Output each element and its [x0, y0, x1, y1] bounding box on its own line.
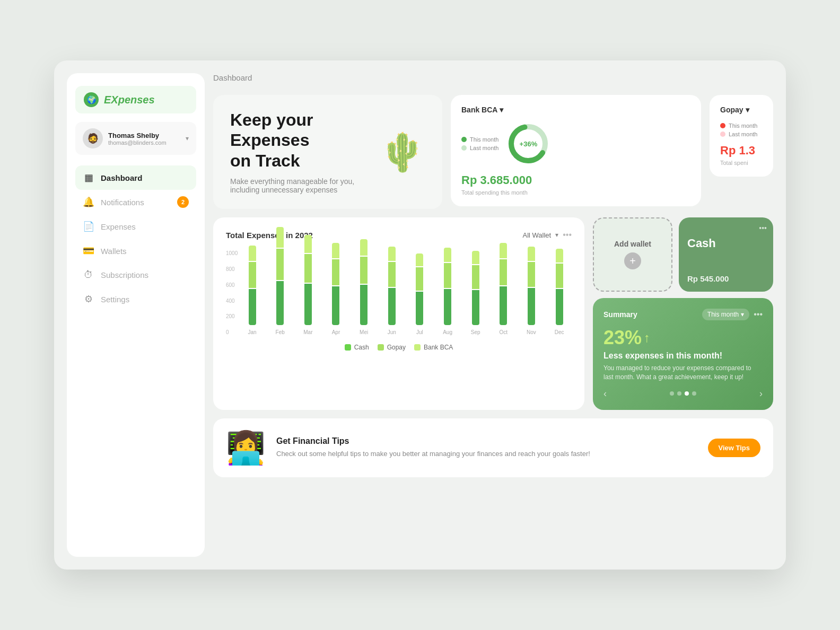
chart-filter[interactable]: All Wallet ▾ •••	[522, 230, 572, 240]
user-card[interactable]: 🧔 Thomas Shelby thomas@blinders.com ▾	[75, 122, 196, 155]
chevron-down-icon[interactable]: ▾	[746, 106, 749, 114]
chevron-down-icon[interactable]: ▾	[500, 106, 503, 114]
gopay-legend: This month Last month	[720, 122, 763, 137]
chevron-down-icon: ▾	[741, 311, 744, 318]
wallets-icon: 💳	[83, 245, 94, 257]
main-content: Dashboard Keep your Expenses on Track Ma…	[213, 73, 773, 557]
summary-sub: You managed to reduce your expenses comp…	[603, 364, 763, 382]
gopay-name: Gopay ▾	[720, 106, 749, 114]
summary-percent: 23%	[603, 327, 642, 349]
logo-area: 🌍 EXpenses	[75, 86, 196, 113]
summary-title: Summary	[603, 310, 637, 319]
top-row: Keep your Expenses on Track Make everyth…	[213, 95, 773, 209]
bar-group: Sep	[463, 251, 488, 335]
chart-legend-item: Bank BCA	[414, 344, 453, 351]
bar-group: Oct	[491, 243, 516, 335]
bar-group: Apr	[323, 243, 348, 335]
cactus-icon: 🌵	[379, 130, 425, 174]
sidebar-item-label: Notifications	[101, 198, 144, 207]
bar-chart: JanFebMarAprMeiJunJulAugSepOctNovDec	[240, 250, 572, 335]
sidebar-item-label: Settings	[101, 295, 129, 304]
summary-header: Summary This month ▾ •••	[603, 309, 763, 320]
tips-desc: Check out some helpful tips to make you …	[276, 449, 697, 459]
sidebar-item-label: Dashboard	[101, 173, 142, 182]
bar-group: Aug	[435, 248, 460, 335]
cash-amount: Rp 545.000	[687, 274, 765, 283]
donut-container: This month Last month +36%	[461, 122, 690, 165]
gopay-this-month-dot	[720, 123, 725, 128]
gopay-legend-this-month: This month	[720, 122, 763, 129]
sidebar-item-settings[interactable]: ⚙ Settings	[75, 287, 196, 311]
bar-group: Mei	[352, 239, 377, 335]
bottom-row: 👩‍💻 Get Financial Tips Check out some he…	[213, 418, 773, 477]
donut-chart: +36%	[507, 122, 549, 165]
summary-card: Summary This month ▾ ••• 23% ↑	[593, 298, 773, 410]
hero-desc: Make everything manageable for you,inclu…	[230, 177, 379, 194]
sidebar-item-dashboard[interactable]: ▦ Dashboard	[75, 165, 196, 190]
summary-more-icon[interactable]: •••	[754, 310, 763, 319]
add-wallet-label: Add wallet	[614, 240, 651, 248]
hero-card: Keep your Expenses on Track Make everyth…	[213, 95, 442, 209]
add-icon: +	[624, 252, 641, 269]
sidebar: 🌍 EXpenses 🧔 Thomas Shelby thomas@blinde…	[67, 73, 205, 557]
legend-color	[378, 344, 384, 351]
expenses-icon: 📄	[83, 221, 94, 232]
gopay-amount: Rp 1.3	[720, 144, 763, 158]
more-options-icon[interactable]: •••	[563, 230, 572, 240]
legend-group: This month Last month	[461, 136, 498, 151]
view-tips-button[interactable]: View Tips	[708, 439, 761, 457]
prev-arrow-icon[interactable]: ‹	[603, 388, 607, 399]
bank-amount: Rp 3.685.000	[461, 173, 690, 187]
gopay-sub-label: Total speni	[720, 160, 763, 166]
next-arrow-icon[interactable]: ›	[759, 388, 763, 399]
bar-group: Feb	[268, 227, 293, 335]
hero-title: Keep your Expenses on Track	[230, 110, 379, 171]
middle-row: Total Expenses in 2022 All Wallet ▾ ••• …	[213, 217, 773, 410]
dot-1	[670, 391, 674, 396]
logo-icon: 🌍	[84, 92, 99, 107]
this-month-dot	[461, 137, 467, 142]
chart-legend-item: Gopay	[378, 344, 406, 351]
dashboard-icon: ▦	[83, 172, 94, 183]
dot-2	[677, 391, 681, 396]
summary-stat: 23% ↑	[603, 327, 763, 349]
gopay-last-month-dot	[720, 132, 725, 137]
hero-section: Keep your Expenses on Track Make everyth…	[213, 95, 442, 209]
chart-inner: 1000 800 600 400 200 0 JanFebMarAprMeiJu…	[226, 250, 572, 335]
add-wallet-card[interactable]: Add wallet +	[593, 217, 672, 292]
wallet-cards-row: Add wallet + ••• Cash Rp 545.000	[593, 217, 773, 292]
nav-menu: ▦ Dashboard 🔔 Notifications 2 📄 Expenses…	[75, 165, 196, 311]
user-email: thomas@blinders.com	[108, 139, 180, 146]
summary-nav: ‹ ›	[603, 388, 763, 399]
app-container: 🌍 EXpenses 🧔 Thomas Shelby thomas@blinde…	[54, 60, 786, 570]
chart-card: Total Expenses in 2022 All Wallet ▾ ••• …	[213, 217, 584, 410]
chevron-down-icon: ▾	[186, 135, 189, 142]
sidebar-item-notifications[interactable]: 🔔 Notifications 2	[75, 190, 196, 214]
cash-card: ••• Cash Rp 545.000	[679, 217, 773, 292]
cash-name: Cash	[687, 237, 765, 250]
sidebar-item-subscriptions[interactable]: ⏱ Subscriptions	[75, 263, 196, 287]
dots-indicator	[670, 391, 696, 396]
gopay-legend-last-month: Last month	[720, 131, 763, 137]
dot-3	[685, 391, 689, 396]
bank-name: Bank BCA ▾	[461, 106, 503, 114]
sidebar-item-label: Expenses	[101, 222, 136, 231]
summary-desc: Less expenses in this month!	[603, 351, 763, 361]
dot-4	[692, 391, 696, 396]
summary-filter[interactable]: This month ▾	[702, 309, 749, 320]
sidebar-item-wallets[interactable]: 💳 Wallets	[75, 239, 196, 263]
tips-title: Get Financial Tips	[276, 436, 697, 446]
more-options-icon[interactable]: •••	[759, 224, 767, 232]
bank-sub-label: Total spending this month	[461, 189, 690, 196]
sidebar-item-label: Subscriptions	[101, 270, 148, 279]
chart-y-labels: 1000 800 600 400 200 0	[226, 250, 238, 335]
filter-label: All Wallet	[522, 231, 551, 239]
bar-group: Jan	[240, 246, 265, 335]
summary-arrow-icon: ↑	[644, 330, 650, 345]
wallets-area: Add wallet + ••• Cash Rp 545.000 Summary	[593, 217, 773, 410]
tips-card: 👩‍💻 Get Financial Tips Check out some he…	[213, 418, 773, 477]
sidebar-item-expenses[interactable]: 📄 Expenses	[75, 214, 196, 239]
logo-text: EXpenses	[104, 94, 155, 106]
tips-content: Get Financial Tips Check out some helpfu…	[276, 436, 697, 459]
bar-group: Jul	[407, 253, 432, 335]
